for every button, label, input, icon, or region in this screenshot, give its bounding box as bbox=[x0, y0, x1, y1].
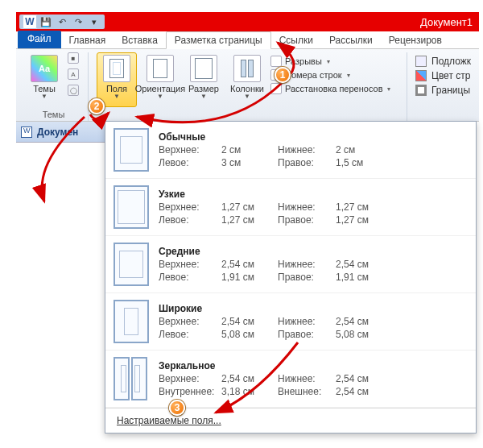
ribbon-tabs: Файл Главная Вставка Разметка страницы С… bbox=[16, 31, 479, 49]
callout-3: 3 bbox=[169, 400, 185, 416]
word-app-icon[interactable]: W bbox=[23, 15, 37, 29]
page-color-icon bbox=[415, 70, 427, 81]
tab-review[interactable]: Рецензиров bbox=[381, 32, 450, 48]
margins-button[interactable]: Поля ▼ bbox=[97, 52, 137, 107]
preset-normal-icon bbox=[114, 128, 149, 172]
theme-fonts-icon[interactable]: A bbox=[68, 68, 79, 80]
breaks-icon bbox=[270, 56, 282, 67]
columns-icon bbox=[233, 55, 261, 82]
margins-dropdown: Обычные Верхнее:2 смНижнее:2 см Левое:3 … bbox=[105, 121, 477, 433]
preset-wide-icon bbox=[114, 300, 149, 343]
preset-wide[interactable]: Широкие Верхнее:2,54 смНижнее:2,54 см Ле… bbox=[105, 293, 476, 351]
watermark-button[interactable]: Подложк bbox=[415, 56, 471, 67]
callout-1: 1 bbox=[275, 67, 291, 83]
tab-page-layout[interactable]: Разметка страницы bbox=[166, 31, 271, 49]
navigation-pane-label: Докумен bbox=[37, 127, 78, 138]
group-label-themes: Темы bbox=[24, 110, 83, 121]
undo-icon[interactable]: ↶ bbox=[55, 15, 69, 28]
margins-icon bbox=[103, 55, 130, 82]
redo-icon[interactable]: ↷ bbox=[71, 15, 85, 28]
tab-mailings[interactable]: Рассылки bbox=[321, 32, 381, 48]
tab-insert[interactable]: Вставка bbox=[114, 32, 166, 48]
size-button[interactable]: Размер ▼ bbox=[184, 52, 224, 107]
preset-narrow[interactable]: Узкие Верхнее:1,27 смНижнее:1,27 см Лево… bbox=[105, 179, 476, 236]
preset-normal[interactable]: Обычные Верхнее:2 смНижнее:2 см Левое:3 … bbox=[105, 122, 476, 179]
page-borders-button[interactable]: Границы bbox=[415, 85, 471, 96]
themes-icon: Aa bbox=[31, 55, 58, 82]
themes-button[interactable]: Aa Темы ▼ bbox=[24, 52, 64, 107]
breaks-button[interactable]: Разрывы▾ bbox=[270, 56, 390, 67]
save-icon[interactable]: 💾 bbox=[39, 15, 53, 28]
custom-margins-label: Настраиваемые поля... bbox=[117, 415, 221, 426]
callout-2: 2 bbox=[89, 98, 105, 114]
hyphenation-icon bbox=[270, 83, 282, 94]
custom-margins[interactable]: Настраиваемые поля... bbox=[105, 408, 476, 433]
ribbon: Aa Темы ▼ ■ A ◯ Темы Поля ▼ bbox=[16, 49, 479, 122]
preset-moderate-icon bbox=[114, 243, 149, 286]
preset-mirrored[interactable]: Зеркальное Верхнее:2,54 смНижнее:2,54 см… bbox=[105, 351, 476, 408]
preset-moderate[interactable]: Средние Верхнее:2,54 смНижнее:2,54 см Ле… bbox=[105, 236, 476, 293]
quick-access-toolbar: W 💾 ↶ ↷ ▾ bbox=[19, 15, 105, 29]
theme-effects-icon[interactable]: ◯ bbox=[68, 85, 79, 96]
orientation-icon bbox=[147, 55, 174, 82]
tab-references[interactable]: Ссылки bbox=[271, 32, 321, 48]
columns-button[interactable]: Колонки ▼ bbox=[227, 52, 267, 107]
document-icon bbox=[21, 127, 32, 138]
hyphenation-button[interactable]: Расстановка переносов▾ bbox=[270, 83, 390, 94]
page-borders-icon bbox=[415, 85, 427, 96]
theme-colors-icon[interactable]: ■ bbox=[68, 52, 79, 64]
title-bar: W 💾 ↶ ↷ ▾ Документ1 bbox=[16, 12, 479, 31]
tab-home[interactable]: Главная bbox=[61, 32, 114, 48]
tab-file[interactable]: Файл bbox=[18, 31, 61, 48]
watermark-icon bbox=[415, 56, 427, 67]
preset-narrow-icon bbox=[114, 185, 149, 229]
window-title: Документ1 bbox=[420, 16, 476, 28]
preset-mirrored-icon bbox=[114, 357, 149, 400]
qat-customize-icon[interactable]: ▾ bbox=[87, 15, 101, 28]
navigation-pane-tab[interactable]: Докумен bbox=[16, 122, 105, 143]
page-color-button[interactable]: Цвет стр bbox=[415, 70, 471, 81]
size-icon bbox=[190, 55, 217, 82]
orientation-button[interactable]: Ориентация ▼ bbox=[140, 52, 180, 107]
